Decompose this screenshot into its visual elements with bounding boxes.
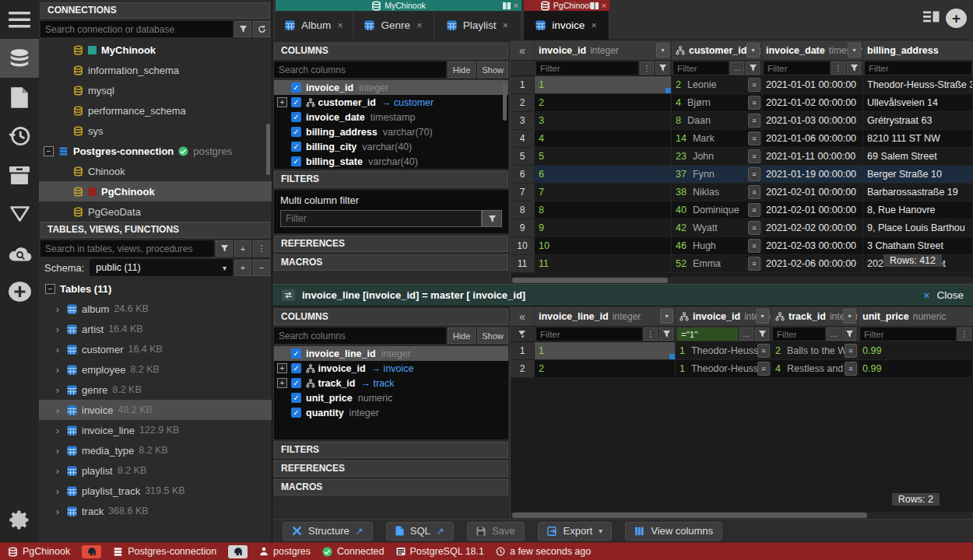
- grid-cell[interactable]: Berger Straße 10: [863, 166, 973, 184]
- column-item-billing_address[interactable]: ✓billing_addressvarchar(70): [274, 124, 508, 139]
- grid-cell[interactable]: 8: [535, 201, 672, 219]
- connections-refresh-button[interactable]: [253, 21, 270, 37]
- sort-dropdown-button[interactable]: ▾: [656, 43, 669, 58]
- table-item-employee[interactable]: ›employee8.2 KB: [39, 359, 272, 380]
- grid-cell[interactable]: Theodor-Heuss-Straße 34: [863, 76, 973, 94]
- status-database-icon-item[interactable]: PgChinook: [8, 546, 70, 557]
- collapse-columns-button[interactable]: «: [511, 306, 535, 326]
- grid-cell[interactable]: 2: [535, 360, 676, 378]
- grid-cell[interactable]: 2021-02-01 00:00:00: [762, 201, 863, 219]
- status-user-icon-item[interactable]: postgres: [259, 546, 311, 557]
- show-columns-button[interactable]: Show: [477, 61, 508, 78]
- column-header-invoice_id[interactable]: invoice_idinteger▾: [535, 40, 672, 60]
- rail-archive-icon-button[interactable]: [0, 156, 39, 194]
- row-number[interactable]: 2: [511, 360, 535, 378]
- new-tab-button[interactable]: +: [946, 9, 967, 28]
- layout-toggle-button[interactable]: [923, 10, 940, 27]
- sort-dropdown-button[interactable]: ▾: [843, 309, 856, 324]
- connection-item-information_schema[interactable]: information_schema: [39, 60, 272, 80]
- open-record-icon[interactable]: ≡: [748, 114, 760, 128]
- close-tab-icon[interactable]: ×: [337, 19, 343, 31]
- grid-cell[interactable]: 2021-01-11 00:00:00: [762, 148, 863, 166]
- chevron-right-icon[interactable]: ›: [53, 384, 62, 396]
- hide-columns-button[interactable]: Hide: [448, 61, 476, 78]
- open-record-icon[interactable]: ≡: [748, 131, 760, 145]
- rail-menu-icon-button[interactable]: [0, 0, 39, 39]
- filter-funnel-button[interactable]: [842, 327, 856, 341]
- column-item-billing_state[interactable]: ✓billing_statevarchar(40): [274, 154, 508, 169]
- row-number[interactable]: 4: [511, 130, 535, 148]
- grid-cell[interactable]: 2021-01-02 00:00:00: [762, 94, 863, 112]
- collapse-icon[interactable]: −: [44, 146, 54, 156]
- filter-input[interactable]: Filter: [865, 61, 971, 75]
- filter-funnel-button[interactable]: [746, 61, 760, 75]
- open-record-icon[interactable]: ≡: [748, 149, 760, 163]
- open-record-icon[interactable]: ≡: [845, 344, 857, 358]
- postgres-elephant-icon-badge[interactable]: [228, 545, 248, 558]
- rail-connections-database-icon-button[interactable]: [0, 39, 39, 78]
- row-number[interactable]: 1: [511, 76, 535, 94]
- filter-funnel-button[interactable]: [847, 61, 861, 75]
- filter-input[interactable]: ="1": [677, 327, 738, 341]
- open-record-icon[interactable]: ≡: [748, 96, 760, 110]
- filter-input[interactable]: Filter: [536, 327, 642, 341]
- column-header-invoice_line_id[interactable]: invoice_line_idinteger▾: [535, 306, 676, 326]
- row-number[interactable]: 1: [511, 342, 535, 360]
- grid-cell[interactable]: Grétrystraat 63: [863, 112, 973, 130]
- tables-group[interactable]: −Tables (11): [39, 278, 272, 299]
- table-item-invoice_line[interactable]: ›invoice_line122.9 KB: [39, 420, 272, 440]
- column-item-invoice_line_id[interactable]: ✓invoice_line_idinteger: [274, 346, 508, 361]
- filter-funnel-button[interactable]: [755, 327, 769, 341]
- filter-options-button[interactable]: …: [827, 327, 841, 341]
- filter-input[interactable]: Filter: [860, 327, 956, 341]
- show-columns-button[interactable]: Show: [477, 327, 508, 344]
- close-group-icon[interactable]: ×: [514, 1, 518, 10]
- filter-menu-button[interactable]: ⋮: [640, 61, 654, 75]
- filter-options-button[interactable]: …: [739, 327, 753, 341]
- columns-header[interactable]: COLUMNS: [274, 43, 508, 59]
- chevron-right-icon[interactable]: ›: [53, 344, 62, 355]
- grid-cell[interactable]: 2021-01-03 00:00:00: [762, 112, 863, 130]
- hide-columns-button[interactable]: Hide: [448, 327, 476, 344]
- open-record-icon[interactable]: ≡: [845, 362, 857, 376]
- grid-cell[interactable]: 1: [535, 342, 676, 360]
- columns-search-input[interactable]: [274, 61, 446, 78]
- table-item-genre[interactable]: ›genre8.2 KB: [39, 380, 272, 400]
- fk-target[interactable]: invoice: [384, 363, 414, 374]
- table-item-invoice[interactable]: ›invoice49.2 KB: [39, 400, 272, 420]
- column-header-customer_id[interactable]: customer_idinteger▾: [672, 40, 762, 60]
- grid-cell[interactable]: 8, Rue Hanovre: [863, 201, 973, 219]
- column-item-track_id[interactable]: +✓ track_id→ track: [274, 376, 508, 390]
- expand-icon[interactable]: +: [277, 378, 287, 388]
- grid-cell[interactable]: 0.99: [859, 342, 973, 360]
- filter-menu-button[interactable]: ⋮: [644, 327, 658, 341]
- open-record-icon[interactable]: ≡: [748, 221, 760, 235]
- grid-cell[interactable]: 2021-01-06 00:00:00: [762, 130, 863, 148]
- tables-add-button[interactable]: +: [234, 240, 251, 257]
- grid-cell[interactable]: 52Emma≡: [672, 255, 762, 273]
- filter-input[interactable]: Filter: [536, 61, 638, 75]
- open-record-icon[interactable]: ≡: [757, 362, 770, 376]
- grid-cell[interactable]: 0.99: [859, 360, 973, 378]
- rail-add-connection-icon-button[interactable]: [0, 272, 39, 311]
- row-number[interactable]: 2: [511, 94, 535, 112]
- filter-menu-button[interactable]: ⋮: [831, 61, 845, 75]
- status-clock-icon-item[interactable]: a few seconds ago: [496, 546, 591, 557]
- chevron-right-icon[interactable]: ›: [53, 485, 62, 497]
- open-record-icon[interactable]: ≡: [757, 344, 770, 358]
- grid-cell[interactable]: 2Leonie≡: [672, 76, 762, 94]
- schema-add-button[interactable]: +: [234, 260, 251, 276]
- column-header-unit_price[interactable]: unit_pricenumeric: [859, 306, 973, 326]
- tables-menu-button[interactable]: ⋮: [253, 240, 270, 257]
- column-item-quantity[interactable]: ✓quantityinteger: [274, 405, 508, 420]
- grid-cell[interactable]: 2Balls to the Wall≡: [771, 342, 859, 360]
- row-number[interactable]: 5: [511, 148, 535, 166]
- grid-cell[interactable]: 42Wyatt≡: [672, 219, 762, 237]
- horizontal-scrollbar[interactable]: [511, 512, 973, 519]
- open-record-icon[interactable]: ≡: [748, 185, 760, 199]
- grid-cell[interactable]: 4Restless and Wild≡: [771, 360, 859, 378]
- columns-header[interactable]: COLUMNS: [274, 309, 508, 325]
- macros-header[interactable]: MACROS: [274, 479, 508, 495]
- row-number[interactable]: 7: [511, 184, 535, 201]
- grid-cell[interactable]: 9, Place Louis Barthou: [863, 219, 973, 237]
